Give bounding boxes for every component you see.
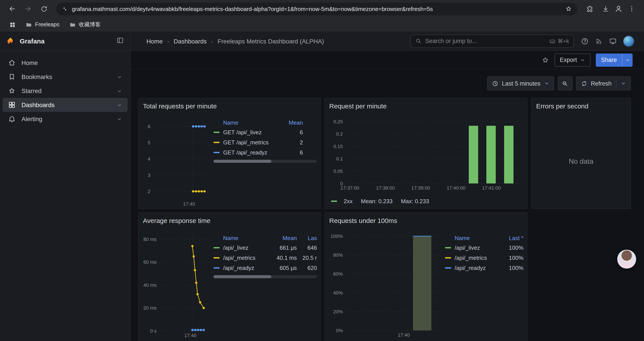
panel-title[interactable]: Average response time: [138, 213, 320, 224]
bookmark-freeleaps[interactable]: Freeleaps: [22, 20, 63, 29]
chevron-down-icon[interactable]: [116, 74, 122, 80]
chevron-down-icon[interactable]: [621, 81, 626, 86]
series-name[interactable]: 2xx: [344, 198, 352, 204]
total-requests-chart[interactable]: 6543217:40: [138, 113, 215, 208]
site-settings-icon[interactable]: [62, 6, 68, 12]
keyboard-icon: [549, 38, 556, 44]
grafana-header: Grafana Home › Dashboards › Freeleaps Me…: [0, 32, 644, 51]
breadcrumb-home[interactable]: Home: [146, 38, 163, 45]
share-button[interactable]: Share: [596, 53, 622, 67]
svg-text:60 ms: 60 ms: [143, 259, 156, 265]
breadcrumb-dashboards[interactable]: Dashboards: [174, 38, 207, 45]
legend-row: /api/_livez 661 µs 646: [214, 243, 317, 253]
request-per-minute-chart[interactable]: 0.250.20.150.10.05017:37:0017:38:0017:39…: [325, 113, 524, 194]
series-name[interactable]: /api/_readyz: [223, 265, 266, 271]
legend-col-name[interactable]: Name: [454, 235, 497, 241]
average-response-chart[interactable]: 80 ms60 ms40 ms20 ms0 s17:40: [138, 228, 215, 341]
sidebar-item-alerting[interactable]: Alerting: [3, 112, 128, 126]
series-color-marker: [214, 152, 220, 153]
legend-table: Name Last * /api/_livez 100% /api/_metri…: [445, 233, 524, 273]
series-last: 100%: [497, 244, 524, 251]
svg-text:0.05: 0.05: [334, 169, 343, 174]
refresh-icon: [581, 80, 587, 87]
series-name[interactable]: /api/_metrics: [454, 254, 497, 261]
legend-col-name[interactable]: Name: [223, 119, 277, 126]
sidebar-item-bookmarks[interactable]: Bookmarks: [3, 70, 128, 84]
panel-title[interactable]: Errors per second: [532, 98, 630, 110]
sidebar-toggle-icon[interactable]: [116, 36, 124, 46]
sidebar-item-label: Bookmarks: [22, 73, 52, 80]
series-color-marker: [214, 247, 220, 248]
series-name[interactable]: /api/_livez: [223, 244, 266, 251]
legend-row: GET /api/_readyz 6: [214, 147, 317, 158]
forward-icon[interactable]: [22, 3, 34, 15]
legend-col-name[interactable]: Name: [223, 235, 266, 241]
chevron-down-icon: [625, 57, 630, 63]
floating-assistant-avatar[interactable]: [617, 250, 636, 269]
legend-scrollbar[interactable]: [214, 160, 317, 163]
svg-text:17:40:00: 17:40:00: [447, 185, 466, 191]
sidebar-item-home[interactable]: Home: [3, 56, 128, 70]
panel-title[interactable]: Request per minute: [325, 98, 527, 110]
series-name[interactable]: /api/_livez: [454, 244, 497, 251]
sidebar-item-dashboards[interactable]: Dashboards: [3, 98, 128, 112]
chevron-down-icon[interactable]: [116, 88, 122, 94]
legend-row: /api/_metrics 100%: [445, 253, 524, 263]
legend-col-last[interactable]: Last *: [497, 235, 524, 241]
bookmark-blog[interactable]: 收藏博客: [66, 20, 104, 30]
under-100ms-chart[interactable]: 100%80%60%40%20%0%17:40: [325, 228, 443, 341]
bookmark-star-icon[interactable]: [565, 5, 572, 12]
series-name[interactable]: GET /api/_livez: [223, 129, 277, 136]
bell-icon: [8, 115, 16, 123]
zoom-out-button[interactable]: [558, 76, 572, 90]
panel-title[interactable]: Requests under 100ms: [325, 213, 527, 224]
url-text[interactable]: grafana.mathmast.com/d/deytv4rwavabkb/fr…: [72, 6, 561, 12]
svg-text:17:37:00: 17:37:00: [340, 185, 359, 191]
extensions-icon[interactable]: [584, 3, 596, 15]
legend-table: Name Mean Las /api/_livez 661 µs 646: [214, 233, 317, 278]
time-range-picker[interactable]: Last 5 minutes: [487, 76, 554, 90]
url-bar[interactable]: grafana.mathmast.com/d/deytv4rwavabkb/fr…: [56, 3, 577, 15]
apps-grid-icon[interactable]: [7, 19, 18, 30]
chevron-down-icon[interactable]: [116, 116, 122, 122]
share-menu-button[interactable]: [622, 53, 632, 67]
series-name[interactable]: GET /api/_readyz: [223, 149, 277, 156]
svg-text:5: 5: [148, 140, 150, 146]
legend-scrollbar-thumb[interactable]: [214, 160, 271, 163]
export-button[interactable]: Export: [554, 53, 590, 67]
series-name[interactable]: /api/_readyz: [454, 265, 497, 271]
legend-row: GET /api/_livez 6: [214, 127, 317, 137]
series-color-marker: [214, 132, 220, 133]
legend-col-mean[interactable]: Mean: [266, 235, 297, 241]
chevron-down-icon[interactable]: [116, 102, 122, 108]
display-icon[interactable]: [609, 37, 617, 45]
user-avatar[interactable]: [623, 35, 634, 47]
profile-avatar-icon[interactable]: [613, 4, 624, 14]
back-icon[interactable]: [6, 3, 18, 15]
series-last: 100%: [497, 265, 524, 271]
series-mean: 2: [277, 139, 317, 146]
series-name[interactable]: /api/_metrics: [223, 254, 266, 261]
favorite-star-icon[interactable]: [542, 56, 549, 64]
series-max: Max: 0.233: [401, 198, 429, 204]
help-icon[interactable]: [581, 37, 589, 45]
download-icon[interactable]: [599, 3, 612, 15]
legend-col-last[interactable]: Las: [297, 235, 317, 241]
legend-col-mean[interactable]: Mean: [277, 119, 317, 126]
refresh-button[interactable]: Refresh: [576, 76, 631, 90]
folder-icon: [69, 21, 76, 28]
panel-request-per-minute: Request per minute 0.250.20.150.10.05017…: [324, 98, 528, 209]
sidebar-item-label: Starred: [22, 87, 42, 94]
sidebar-item-starred[interactable]: Starred: [3, 84, 128, 98]
panel-title[interactable]: Total requests per minute: [138, 98, 320, 110]
legend-scrollbar[interactable]: [214, 275, 317, 278]
series-last: 646: [297, 244, 317, 251]
news-rss-icon[interactable]: [595, 37, 603, 45]
legend-scrollbar-thumb[interactable]: [214, 275, 271, 278]
series-name[interactable]: GET /api/_metrics: [223, 139, 277, 146]
grafana-logo-icon[interactable]: [6, 36, 15, 46]
time-controls: Last 5 minutes Refresh: [487, 76, 631, 90]
browser-menu-icon[interactable]: [626, 3, 638, 15]
search-input[interactable]: Search or jump to... ⌘+k: [410, 35, 574, 48]
reload-icon[interactable]: [38, 3, 50, 15]
